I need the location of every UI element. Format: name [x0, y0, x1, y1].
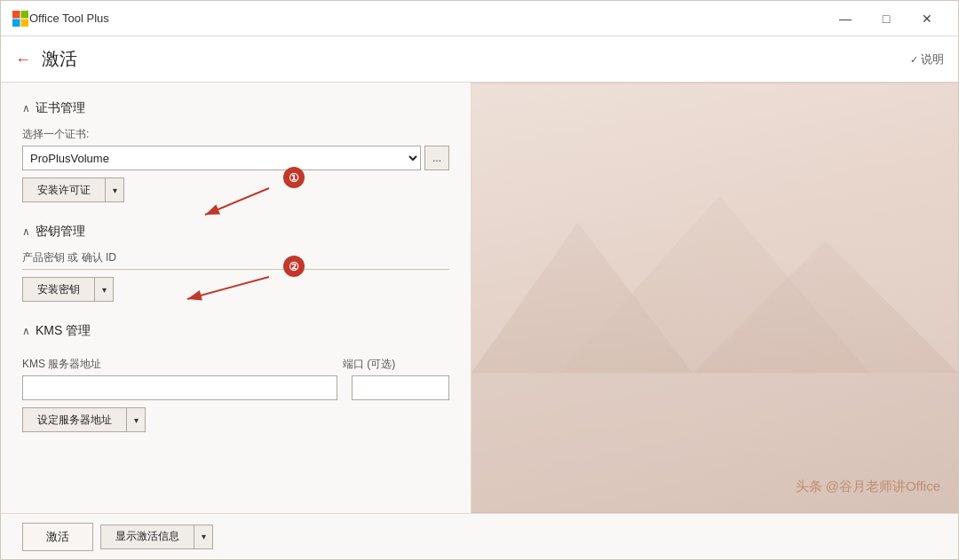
- bottom-bar: 激活 显示激活信息 ▾: [1, 513, 958, 559]
- maximize-button[interactable]: □: [866, 1, 907, 36]
- kms-port-input[interactable]: [352, 375, 449, 400]
- help-link[interactable]: 说明: [910, 51, 944, 67]
- bg-illustration: [472, 83, 958, 513]
- kms-server-field: KMS 服务器地址: [22, 350, 329, 375]
- minimize-button[interactable]: —: [825, 1, 866, 36]
- install-key-split-btn: 安装密钥 ▾: [22, 277, 449, 302]
- kms-server-label: KMS 服务器地址: [22, 357, 329, 372]
- close-button[interactable]: ✕: [907, 1, 947, 36]
- back-button[interactable]: ←: [15, 51, 31, 67]
- window-controls: — □ ✕: [825, 1, 947, 36]
- title-bar: Office Tool Plus — □ ✕: [1, 1, 958, 36]
- key-management-section: ∧ 密钥管理 产品密钥 或 确认 ID 安装密钥 ▾: [22, 224, 449, 302]
- app-title: Office Tool Plus: [29, 12, 825, 25]
- select-cert-label: 选择一个证书:: [22, 127, 449, 142]
- install-key-arrow-button[interactable]: ▾: [94, 277, 114, 302]
- page-title: 激活: [42, 47, 910, 71]
- cert-dropdown[interactable]: ProPlusVolume: [22, 146, 421, 170]
- kms-port-field: 端口 (可选): [343, 350, 449, 375]
- cert-toggle-icon[interactable]: ∧: [22, 102, 30, 114]
- cert-management-section: ∧ 证书管理 选择一个证书: ProPlusVolume ... 安装许可证 ▾: [22, 100, 449, 202]
- install-license-arrow-button[interactable]: ▾: [105, 177, 124, 202]
- kms-section-header: ∧ KMS 管理: [22, 323, 449, 339]
- key-section-title: 密钥管理: [36, 224, 85, 240]
- kms-section-title: KMS 管理: [36, 323, 91, 339]
- watermark: 头条 @谷月老师讲Office: [796, 478, 940, 495]
- kms-management-section: ∧ KMS 管理 KMS 服务器地址 端口 (可选) 设定服务器地址: [22, 323, 449, 432]
- key-divider: [22, 269, 449, 270]
- cert-select-row: ProPlusVolume ...: [22, 146, 449, 170]
- key-toggle-icon[interactable]: ∧: [22, 225, 30, 238]
- kms-port-label: 端口 (可选): [343, 357, 449, 372]
- activate-button[interactable]: 激活: [22, 523, 93, 551]
- product-key-label: 产品密钥 或 确认 ID: [22, 250, 449, 265]
- install-key-button[interactable]: 安装密钥: [22, 277, 94, 302]
- app-window: Office Tool Plus — □ ✕ ← 激活 说明 ∧ 证书管理 选择…: [0, 0, 959, 560]
- kms-input-row: [22, 375, 449, 400]
- show-info-button[interactable]: 显示激活信息: [100, 525, 194, 549]
- app-icon: [12, 10, 29, 28]
- install-license-split-btn: 安装许可证 ▾: [22, 177, 449, 202]
- cert-section-header: ∧ 证书管理: [22, 100, 449, 116]
- svg-rect-1: [21, 11, 29, 19]
- svg-rect-3: [21, 19, 29, 27]
- set-server-button[interactable]: 设定服务器地址: [22, 407, 126, 432]
- cert-section-title: 证书管理: [36, 100, 85, 116]
- svg-rect-0: [12, 11, 20, 19]
- kms-fields-row: KMS 服务器地址 端口 (可选): [22, 350, 449, 375]
- key-section-header: ∧ 密钥管理: [22, 224, 449, 240]
- main-content: ∧ 证书管理 选择一个证书: ProPlusVolume ... 安装许可证 ▾: [1, 83, 958, 513]
- svg-rect-2: [12, 19, 20, 27]
- set-server-split-btn: 设定服务器地址 ▾: [22, 407, 449, 432]
- show-info-arrow-button[interactable]: ▾: [194, 525, 213, 549]
- install-license-button[interactable]: 安装许可证: [22, 177, 105, 202]
- set-server-arrow-button[interactable]: ▾: [126, 407, 146, 432]
- header-bar: ← 激活 说明: [1, 36, 958, 83]
- left-panel: ∧ 证书管理 选择一个证书: ProPlusVolume ... 安装许可证 ▾: [1, 83, 472, 513]
- kms-toggle-icon[interactable]: ∧: [22, 325, 30, 337]
- kms-server-input[interactable]: [22, 375, 337, 400]
- cert-browse-button[interactable]: ...: [424, 146, 449, 170]
- show-info-split-btn: 显示激活信息 ▾: [100, 525, 213, 549]
- right-panel: 头条 @谷月老师讲Office: [472, 83, 958, 513]
